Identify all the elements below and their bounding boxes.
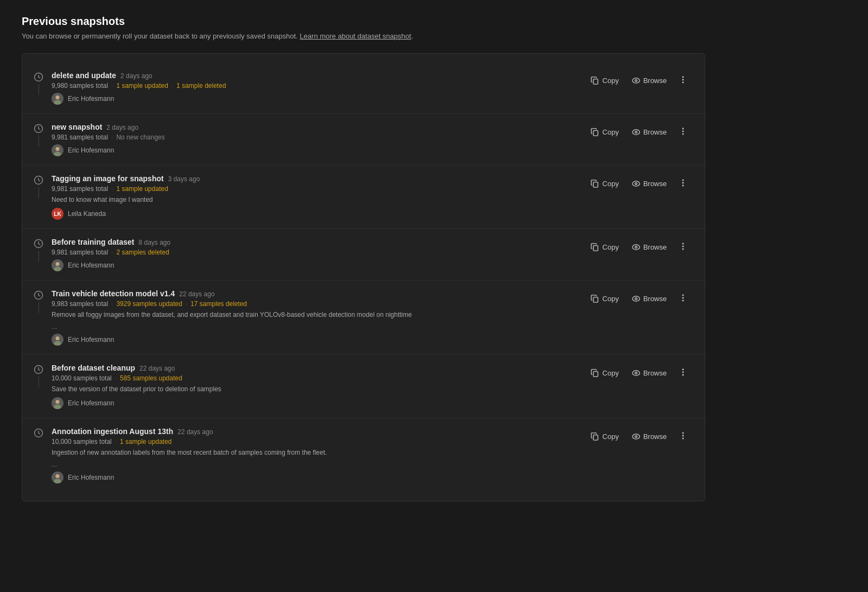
- page-container: Previous snapshots You can browse or per…: [0, 0, 727, 523]
- copy-label: Copy: [602, 77, 618, 85]
- browse-button[interactable]: Browse: [627, 73, 672, 88]
- snapshot-description: Ingestion of new annotation labels from …: [52, 448, 575, 457]
- browse-label: Browse: [643, 369, 667, 377]
- snapshot-content: Annotation ingestion August 13th22 days …: [52, 427, 575, 483]
- snapshot-samples: 9,983 samples total: [52, 300, 108, 308]
- more-options-button[interactable]: [674, 72, 692, 89]
- ellipsis-vertical-icon: [679, 127, 687, 136]
- page-subtitle: You can browse or permanently roll your …: [22, 32, 705, 40]
- snapshot-actions: Copy Browse: [585, 364, 692, 381]
- browse-button[interactable]: Browse: [627, 291, 672, 306]
- svg-rect-55: [593, 435, 598, 440]
- copy-button[interactable]: Copy: [585, 240, 624, 254]
- svg-point-30: [635, 246, 637, 249]
- avatar: [52, 397, 63, 409]
- avatar: [52, 334, 63, 346]
- copy-label: Copy: [602, 432, 618, 441]
- snapshot-change: 1 sample updated: [116, 82, 168, 90]
- timeline-section: [33, 238, 44, 262]
- eye-icon: [632, 180, 640, 188]
- eye-icon: [632, 432, 640, 441]
- svg-point-15: [682, 128, 684, 130]
- eye-icon: [632, 369, 640, 377]
- copy-icon: [591, 243, 599, 251]
- snapshot-content: Before dataset cleanup22 days ago10,000 …: [52, 364, 575, 409]
- copy-button[interactable]: Copy: [585, 176, 624, 191]
- svg-point-21: [635, 183, 637, 185]
- ellipsis-vertical-icon: [679, 431, 687, 440]
- copy-button[interactable]: Copy: [585, 73, 624, 88]
- snapshot-change: 1 sample deleted: [176, 82, 226, 90]
- more-options-button[interactable]: [674, 365, 692, 381]
- copy-button[interactable]: Copy: [585, 366, 624, 380]
- svg-rect-28: [593, 246, 598, 251]
- browse-button[interactable]: Browse: [627, 240, 672, 254]
- svg-point-32: [682, 246, 684, 247]
- copy-icon: [591, 369, 599, 377]
- browse-label: Browse: [643, 180, 667, 188]
- learn-more-link[interactable]: Learn more about dataset snapshot: [300, 32, 411, 40]
- more-options-button[interactable]: [674, 124, 692, 141]
- more-options-button[interactable]: [674, 290, 692, 307]
- svg-point-7: [682, 79, 684, 81]
- copy-button[interactable]: Copy: [585, 125, 624, 139]
- snapshot-change: 2 samples deleted: [116, 249, 169, 256]
- author-name: Eric Hofesmann: [68, 399, 114, 407]
- clock-icon: [34, 290, 43, 300]
- snapshot-meta: 9,983 samples total·3929 samples updated…: [52, 300, 575, 308]
- description-more-button[interactable]: ...: [52, 461, 575, 468]
- svg-point-49: [682, 369, 684, 371]
- browse-button[interactable]: Browse: [627, 429, 672, 444]
- clock-icon: [34, 72, 43, 82]
- snapshot-meta: 10,000 samples total·1 sample updated: [52, 438, 575, 445]
- svg-point-26: [56, 262, 60, 266]
- copy-icon: [591, 77, 599, 85]
- timeline-section: [33, 427, 44, 438]
- more-options-button[interactable]: [674, 239, 692, 256]
- snapshot-author: Eric Hofesmann: [52, 93, 575, 105]
- svg-point-33: [682, 249, 684, 250]
- snapshot-time: 22 days ago: [139, 365, 175, 372]
- snapshot-item: Annotation ingestion August 13th22 days …: [22, 418, 705, 492]
- snapshot-author: LKLeila Kaneda: [52, 208, 575, 220]
- snapshot-actions: Copy Browse: [585, 427, 692, 445]
- snapshot-header: Tagging an image for snapshot3 days ago: [52, 174, 575, 183]
- svg-point-8: [682, 82, 684, 84]
- avatar: [52, 144, 63, 156]
- description-more-button[interactable]: ...: [52, 323, 575, 330]
- svg-point-40: [682, 295, 684, 296]
- more-options-button[interactable]: [674, 428, 692, 445]
- timeline-section: [33, 289, 44, 313]
- snapshot-item: Before dataset cleanup22 days ago10,000 …: [22, 355, 705, 418]
- author-name: Eric Hofesmann: [68, 336, 114, 343]
- author-name: Eric Hofesmann: [68, 95, 114, 103]
- snapshot-header: new snapshot2 days ago: [52, 123, 575, 131]
- author-name: Eric Hofesmann: [68, 147, 114, 154]
- copy-button[interactable]: Copy: [585, 291, 624, 306]
- snapshot-samples: 9,981 samples total: [52, 133, 108, 141]
- svg-point-22: [682, 180, 684, 181]
- browse-label: Browse: [643, 295, 667, 303]
- svg-point-10: [56, 147, 60, 151]
- snapshot-author: Eric Hofesmann: [52, 397, 575, 409]
- snapshot-content: Tagging an image for snapshot3 days ago9…: [52, 174, 575, 220]
- more-options-button[interactable]: [674, 175, 692, 192]
- snapshot-name: Before training dataset: [52, 238, 134, 246]
- snapshot-time: 22 days ago: [179, 290, 214, 298]
- browse-button[interactable]: Browse: [627, 366, 672, 380]
- svg-point-48: [635, 372, 637, 374]
- svg-point-56: [633, 434, 640, 439]
- svg-point-16: [682, 131, 684, 132]
- copy-button[interactable]: Copy: [585, 429, 624, 444]
- snapshot-name: Before dataset cleanup: [52, 364, 135, 372]
- snapshot-meta: 9,981 samples total·2 samples deleted: [52, 249, 575, 256]
- browse-label: Browse: [643, 432, 667, 441]
- snapshot-actions: Copy Browse: [585, 289, 692, 307]
- snapshot-name: new snapshot: [52, 123, 102, 131]
- browse-button[interactable]: Browse: [627, 125, 672, 139]
- snapshot-header: Before training dataset8 days ago: [52, 238, 575, 246]
- browse-button[interactable]: Browse: [627, 176, 672, 191]
- snapshot-change: 1 sample updated: [120, 438, 171, 445]
- snapshot-meta: 9,980 samples total·1 sample updated·1 s…: [52, 82, 575, 90]
- snapshot-samples: 9,981 samples total: [52, 185, 108, 193]
